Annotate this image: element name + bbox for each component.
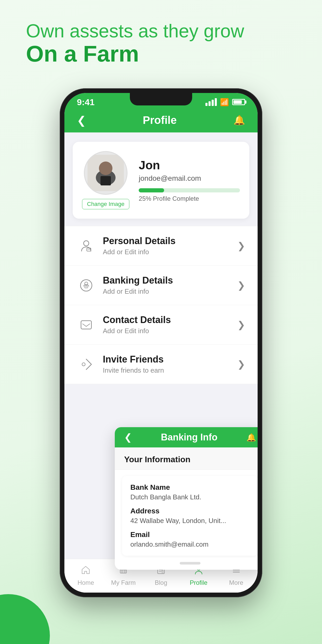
phone-screen: 9:41 📶 ❮ Profile	[64, 93, 258, 593]
wifi-icon: 📶	[220, 98, 229, 106]
app-header: ❮ Profile 🔔	[64, 109, 258, 132]
banking-info-title: Banking Info	[161, 432, 218, 443]
personal-details-icon	[77, 237, 96, 255]
personal-details-subtitle: Add or Edit info	[103, 248, 237, 256]
phone-outer: 9:41 📶 ❮ Profile	[60, 88, 262, 597]
svg-point-12	[82, 363, 85, 366]
address-label: Address	[130, 507, 250, 515]
banking-section-title: Your Information	[115, 447, 258, 470]
banking-bell-icon[interactable]: 🔔	[246, 433, 256, 442]
banking-body: Your Information Bank Name Dutch Bangla …	[115, 447, 258, 565]
svg-point-4	[84, 241, 89, 246]
back-button[interactable]: ❮	[77, 114, 86, 127]
bank-name-value: Dutch Bangla Bank Ltd.	[130, 493, 250, 501]
home-icon	[81, 565, 90, 577]
menu-item-banking-details[interactable]: Banking Details Add or Edit info ❯	[64, 266, 258, 305]
profile-info: Jon jondoe@email.com 25% Profile Complet…	[139, 158, 240, 202]
invite-friends-icon	[77, 355, 96, 374]
progress-bar-background	[139, 188, 240, 192]
banking-info-card: Bank Name Dutch Bangla Bank Ltd. Address…	[122, 476, 258, 556]
screen-title: Profile	[143, 114, 177, 126]
home-nav-label: Home	[77, 579, 94, 586]
profile-name: Jon	[139, 158, 240, 172]
banking-email-label: Email	[130, 531, 250, 539]
phone-notch	[130, 93, 192, 105]
contact-details-arrow-icon: ❯	[237, 319, 245, 330]
banking-info-header: ❮ Banking Info 🔔	[115, 427, 258, 447]
invite-friends-subtitle: Invite friends to earn	[103, 366, 237, 374]
invite-friends-text: Invite Friends Invite friends to earn	[103, 354, 237, 374]
change-image-button[interactable]: Change Image	[82, 199, 129, 209]
avatar-section: Change Image	[82, 151, 129, 209]
svg-rect-21	[162, 570, 164, 574]
contact-details-title: Contact Details	[103, 314, 237, 325]
headline-sub: Own assests as they grow	[26, 21, 244, 41]
nav-item-home[interactable]: Home	[67, 565, 105, 586]
banking-details-subtitle: Add or Edit info	[103, 287, 237, 296]
bank-name-field: Bank Name Dutch Bangla Bank Ltd.	[130, 483, 250, 501]
invite-friends-title: Invite Friends	[103, 354, 237, 365]
headline-main: On a Farm	[26, 41, 244, 66]
svg-point-2	[99, 162, 112, 175]
banking-back-button[interactable]: ❮	[124, 432, 132, 443]
profile-email: jondoe@email.com	[139, 174, 240, 183]
page-header: Own assests as they grow On a Farm	[26, 21, 244, 66]
svg-rect-11	[81, 321, 91, 329]
bg-decoration	[0, 594, 50, 644]
menu-item-contact-details[interactable]: Contact Details Add or Edit info ❯	[64, 305, 258, 345]
address-value: 42 Wallabe Way, London, Unit...	[130, 517, 250, 525]
more-nav-label: More	[229, 579, 243, 586]
progress-label: 25% Profile Complete	[139, 195, 240, 202]
profile-card: Change Image Jon jondoe@email.com 25% Pr…	[73, 142, 249, 219]
banking-details-icon	[77, 276, 96, 295]
banking-details-arrow-icon: ❯	[237, 280, 245, 291]
signal-icon	[205, 98, 217, 106]
phone-mockup: 9:41 📶 ❮ Profile	[60, 88, 262, 597]
avatar	[84, 151, 128, 195]
progress-bar-fill	[139, 188, 164, 192]
status-icons: 📶	[205, 98, 245, 106]
battery-icon	[232, 99, 245, 105]
menu-item-personal-details[interactable]: Personal Details Add or Edit info ❯	[64, 226, 258, 266]
status-time: 9:41	[77, 97, 95, 107]
contact-details-icon	[77, 316, 96, 334]
email-field: Email orlando.smith@email.com	[130, 531, 250, 548]
banking-details-text: Banking Details Add or Edit info	[103, 275, 237, 296]
profile-nav-label: Profile	[190, 579, 207, 586]
menu-section: Personal Details Add or Edit info ❯	[64, 226, 258, 384]
notification-bell-icon[interactable]: 🔔	[233, 115, 245, 126]
bank-name-label: Bank Name	[130, 483, 250, 492]
contact-details-subtitle: Add or Edit info	[103, 327, 237, 335]
scroll-hint	[180, 562, 200, 565]
blog-nav-label: Blog	[155, 579, 167, 586]
my-farm-nav-label: My Farm	[111, 579, 136, 586]
svg-rect-3	[100, 176, 111, 185]
banking-details-title: Banking Details	[103, 275, 237, 286]
personal-details-arrow-icon: ❯	[237, 240, 245, 251]
menu-item-invite-friends[interactable]: Invite Friends Invite friends to earn ❯	[64, 345, 258, 384]
personal-details-title: Personal Details	[103, 236, 237, 246]
banking-info-overlay: ❮ Banking Info 🔔 Your Information Bank N…	[115, 427, 258, 570]
banking-email-value: orlando.smith@email.com	[130, 540, 250, 548]
contact-details-text: Contact Details Add or Edit info	[103, 314, 237, 335]
invite-friends-arrow-icon: ❯	[237, 359, 245, 370]
avatar-image	[88, 155, 124, 191]
address-field: Address 42 Wallabe Way, London, Unit...	[130, 507, 250, 525]
personal-details-text: Personal Details Add or Edit info	[103, 236, 237, 256]
